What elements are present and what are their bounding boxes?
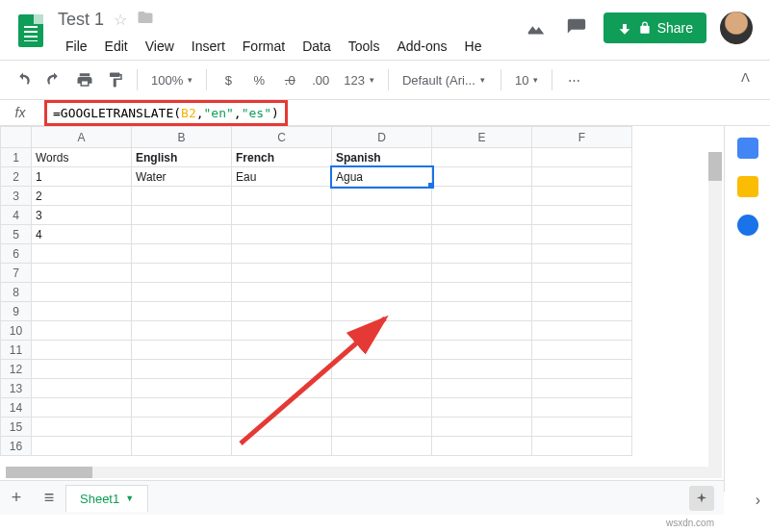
spreadsheet-grid[interactable]: A B C D E F 1WordsEnglishFrenchSpanish21… — [0, 126, 724, 492]
cell-E3[interactable] — [432, 187, 532, 206]
document-title[interactable]: Test 1 — [58, 10, 104, 30]
cell-D6[interactable] — [332, 244, 432, 264]
cell-F4[interactable] — [532, 206, 632, 225]
cell-C7[interactable] — [232, 264, 332, 283]
cell-F10[interactable] — [532, 321, 632, 341]
col-header-C[interactable]: C — [232, 127, 332, 148]
menu-insert[interactable]: Insert — [184, 35, 233, 58]
cell-A9[interactable] — [32, 302, 132, 321]
font-dropdown[interactable]: Default (Ari... — [397, 67, 493, 92]
keep-icon[interactable] — [737, 176, 758, 197]
cell-A1[interactable]: Words — [32, 148, 132, 167]
cell-B6[interactable] — [132, 244, 232, 264]
zoom-dropdown[interactable]: 100% — [145, 67, 198, 92]
cell-E6[interactable] — [432, 244, 532, 264]
explore-button[interactable] — [689, 486, 714, 511]
more-toolbar-button[interactable]: ⋯ — [560, 66, 587, 93]
cell-F7[interactable] — [532, 264, 632, 283]
font-size-dropdown[interactable]: 10 — [509, 67, 544, 92]
cell-B13[interactable] — [132, 379, 232, 398]
row-header-2[interactable]: 2 — [1, 167, 32, 187]
select-all-corner[interactable] — [1, 127, 32, 148]
row-header-11[interactable]: 11 — [1, 341, 32, 360]
row-header-6[interactable]: 6 — [1, 244, 32, 264]
cell-E14[interactable] — [432, 398, 532, 418]
account-avatar[interactable] — [720, 12, 753, 44]
cell-F16[interactable] — [532, 437, 632, 456]
cell-D7[interactable] — [332, 264, 432, 283]
cell-E15[interactable] — [432, 418, 532, 437]
col-header-A[interactable]: A — [32, 127, 132, 148]
menu-data[interactable]: Data — [295, 35, 339, 58]
cell-B3[interactable] — [132, 187, 232, 206]
menu-help[interactable]: He — [457, 35, 490, 58]
row-header-10[interactable]: 10 — [1, 321, 32, 341]
number-format-dropdown[interactable]: 123 — [338, 67, 380, 92]
percent-button[interactable]: % — [245, 66, 272, 93]
cell-A14[interactable] — [32, 398, 132, 418]
menu-view[interactable]: View — [138, 35, 182, 58]
col-header-E[interactable]: E — [432, 127, 532, 148]
row-header-13[interactable]: 13 — [1, 379, 32, 398]
cell-D8[interactable] — [332, 283, 432, 302]
cell-C9[interactable] — [232, 302, 332, 321]
share-button[interactable]: Share — [603, 13, 706, 43]
cell-D9[interactable] — [332, 302, 432, 321]
cell-D12[interactable] — [332, 360, 432, 379]
cell-E1[interactable] — [432, 148, 532, 167]
cell-C10[interactable] — [232, 321, 332, 341]
cell-A3[interactable]: 2 — [32, 187, 132, 206]
cell-E16[interactable] — [432, 437, 532, 456]
cell-C5[interactable] — [232, 225, 332, 244]
cell-E11[interactable] — [432, 341, 532, 360]
col-header-B[interactable]: B — [132, 127, 232, 148]
cell-F12[interactable] — [532, 360, 632, 379]
cell-C12[interactable] — [232, 360, 332, 379]
cell-D15[interactable] — [332, 418, 432, 437]
cell-D5[interactable] — [332, 225, 432, 244]
cell-D14[interactable] — [332, 398, 432, 418]
menu-tools[interactable]: Tools — [341, 35, 388, 58]
col-header-F[interactable]: F — [532, 127, 632, 148]
col-header-D[interactable]: D — [332, 127, 432, 148]
horizontal-scrollbar[interactable] — [6, 467, 708, 478]
paint-format-button[interactable] — [102, 66, 129, 93]
cell-A4[interactable]: 3 — [32, 206, 132, 225]
cell-E2[interactable] — [432, 167, 532, 187]
row-header-14[interactable]: 14 — [1, 398, 32, 418]
cell-B12[interactable] — [132, 360, 232, 379]
cell-B16[interactable] — [132, 437, 232, 456]
cell-F14[interactable] — [532, 398, 632, 418]
cell-C11[interactable] — [232, 341, 332, 360]
sheet-tab-1[interactable]: Sheet1▼ — [65, 485, 148, 512]
cell-D3[interactable] — [332, 187, 432, 206]
menu-addons[interactable]: Add-ons — [389, 35, 454, 58]
cell-B15[interactable] — [132, 418, 232, 437]
cell-F3[interactable] — [532, 187, 632, 206]
formula-input[interactable]: =GOOGLETRANSLATE(B2, "en", "es") — [44, 100, 288, 126]
menu-edit[interactable]: Edit — [97, 35, 136, 58]
menu-file[interactable]: File — [58, 35, 95, 58]
cell-D16[interactable] — [332, 437, 432, 456]
cell-F13[interactable] — [532, 379, 632, 398]
cell-F9[interactable] — [532, 302, 632, 321]
cell-C4[interactable] — [232, 206, 332, 225]
row-header-12[interactable]: 12 — [1, 360, 32, 379]
row-header-16[interactable]: 16 — [1, 437, 32, 456]
cell-C3[interactable] — [232, 187, 332, 206]
cell-B2[interactable]: Water — [132, 167, 232, 187]
cell-E7[interactable] — [432, 264, 532, 283]
cell-A6[interactable] — [32, 244, 132, 264]
cell-D11[interactable] — [332, 341, 432, 360]
cell-E5[interactable] — [432, 225, 532, 244]
collapse-toolbar-icon[interactable]: ᐱ — [741, 70, 760, 89]
cell-E10[interactable] — [432, 321, 532, 341]
cell-B4[interactable] — [132, 206, 232, 225]
star-icon[interactable]: ☆ — [114, 11, 127, 29]
cell-A12[interactable] — [32, 360, 132, 379]
cell-C16[interactable] — [232, 437, 332, 456]
cell-A7[interactable] — [32, 264, 132, 283]
cell-E9[interactable] — [432, 302, 532, 321]
cell-F2[interactable] — [532, 167, 632, 187]
cell-A8[interactable] — [32, 283, 132, 302]
